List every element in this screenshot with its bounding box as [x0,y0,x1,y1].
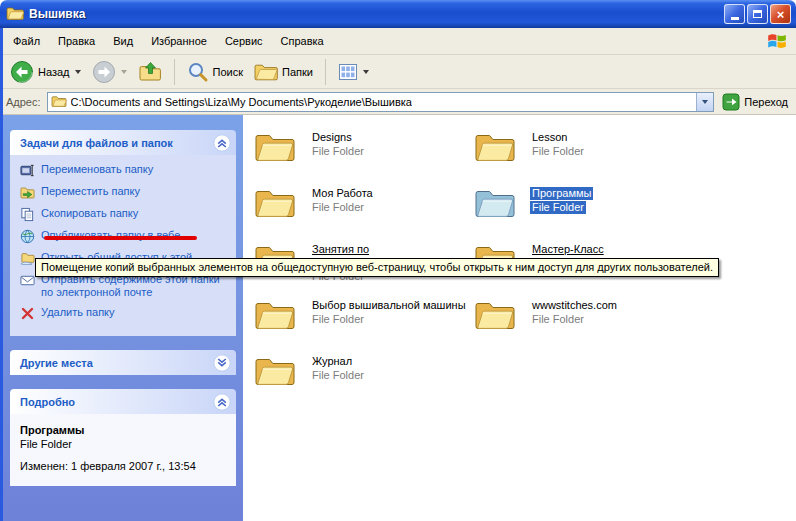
share-folder-icon [20,251,35,266]
menu-item[interactable]: Файл [4,31,49,51]
menu-item[interactable]: Правка [49,31,104,51]
views-dropdown-icon[interactable] [363,70,369,74]
folder-text: ПрограммыFile Folder [530,187,593,214]
toolbar-separator [174,59,175,85]
back-dropdown-icon[interactable] [75,70,81,74]
go-icon [722,93,740,111]
folder-type: File Folder [310,145,366,158]
menu-bar: ФайлПравкаВидИзбранноеСервисСправка [0,28,796,55]
folder-tile[interactable]: ПрограммыFile Folder [473,184,688,240]
title-bar: Вышивка × [0,0,796,28]
folder-icon [51,95,67,108]
up-button[interactable] [134,58,166,86]
task-label: Удалить папку [41,306,115,319]
task-item[interactable]: Переместить папку [20,185,228,200]
menu-item[interactable]: Сервис [216,31,272,51]
folders-button[interactable]: Папки [250,60,317,84]
menu-item[interactable]: Справка [272,31,333,51]
tasks-panel-body: Переименовать папкуПереместить папкуСкоп… [10,155,236,336]
folder-icon [473,185,517,223]
task-item[interactable]: Переименовать папку [20,163,228,178]
address-bar: Адрес: C:\Documents and Settings\Liza\My… [0,89,796,115]
folder-icon [253,129,297,167]
rename-icon [20,163,35,178]
chevron-down-icon[interactable] [213,354,231,372]
folder-text: ЖурналFile Folder [310,355,366,382]
tasks-panel-header[interactable]: Задачи для файлов и папок [10,130,236,155]
window-controls: × [724,4,791,24]
folder-name: Журнал [310,355,354,368]
folder-tile[interactable]: ЖурналFile Folder [253,352,468,408]
folder-text: Моя РаботаFile Folder [310,187,375,214]
folder-name: Lesson [530,131,569,144]
search-icon [187,61,209,83]
task-label: Переименовать папку [41,163,153,176]
folders-icon [254,62,278,82]
minimize-icon [731,17,739,20]
maximize-icon [753,10,762,18]
views-button[interactable] [334,60,373,84]
details-panel-header[interactable]: Подробно [10,389,236,414]
other-places-panel: Другие места [10,350,236,375]
folder-icon [473,297,517,335]
folder-icon [253,353,297,391]
folder-name: Выбор вышивальной машины [310,299,468,312]
folder-tile[interactable]: wwwstitches.comFile Folder [473,296,688,352]
folder-type: File Folder [530,201,586,214]
task-item[interactable]: Скопировать папку [20,207,228,222]
chevron-up-icon[interactable] [213,134,231,152]
folder-type: File Folder [530,145,586,158]
details-item-modified: Изменен: 1 февраля 2007 г., 13:54 [20,460,226,472]
menu-item[interactable]: Вид [104,31,142,51]
task-item[interactable]: Удалить папку [20,306,228,321]
chevron-down-icon [702,100,708,104]
back-label: Назад [38,66,70,78]
maximize-button[interactable] [747,4,768,24]
copy-folder-icon [20,207,35,222]
details-item-name: Программы [20,424,226,436]
folder-icon [473,129,517,167]
search-label: Поиск [213,66,243,78]
folder-text: Выбор вышивальной машиныFile Folder [310,299,468,326]
folder-tile[interactable]: DesignsFile Folder [253,128,468,184]
folder-text: DesignsFile Folder [310,131,366,158]
details-item-type: File Folder [20,438,226,450]
folder-type: File Folder [310,201,366,214]
window-body: Задачи для файлов и папок Переименовать … [0,115,796,521]
other-places-header[interactable]: Другие места [10,350,236,375]
tooltip: Помещение копий выбранных элементов на о… [35,258,719,277]
tasks-panel-title: Задачи для файлов и папок [20,137,173,149]
files-column-2: LessonFile FolderПрограммыFile FolderМас… [473,128,688,352]
toolbar-separator [325,59,326,85]
chevron-up-icon[interactable] [213,393,231,411]
address-path: C:\Documents and Settings\Liza\My Docume… [71,96,412,108]
folder-tile[interactable]: Выбор вышивальной машиныFile Folder [253,296,468,352]
go-button[interactable]: Переход [720,93,790,111]
task-pane: Задачи для файлов и папок Переименовать … [0,115,243,521]
move-folder-icon [20,185,35,200]
file-list-area: DesignsFile FolderМоя РаботаFile FolderЗ… [243,115,796,521]
minimize-button[interactable] [724,4,745,24]
standard-buttons-toolbar: Назад Поиск Папки [0,55,796,89]
forward-button[interactable] [88,58,131,86]
menu-item[interactable]: Избранное [142,31,216,51]
search-button[interactable]: Поиск [183,59,247,85]
views-icon [338,62,358,82]
folder-name: Мастер-Класс [530,243,606,256]
close-button[interactable]: × [770,4,791,24]
back-button[interactable]: Назад [6,58,85,86]
forward-dropdown-icon [121,70,127,74]
back-icon [10,60,34,84]
folder-text: wwwstitches.comFile Folder [530,299,619,326]
folder-type: File Folder [530,313,586,326]
folder-tile[interactable]: LessonFile Folder [473,128,688,184]
folder-tile[interactable]: Моя РаботаFile Folder [253,184,468,240]
red-underline-annotation [44,236,197,240]
publish-web-icon [20,229,35,244]
folder-name: wwwstitches.com [530,299,619,312]
address-input[interactable]: C:\Documents and Settings\Liza\My Docume… [47,92,715,112]
folder-icon [253,185,297,223]
windows-logo-icon [766,30,788,52]
menu-bar-items: ФайлПравкаВидИзбранноеСервисСправка [4,31,766,51]
address-dropdown-button[interactable] [696,93,713,111]
